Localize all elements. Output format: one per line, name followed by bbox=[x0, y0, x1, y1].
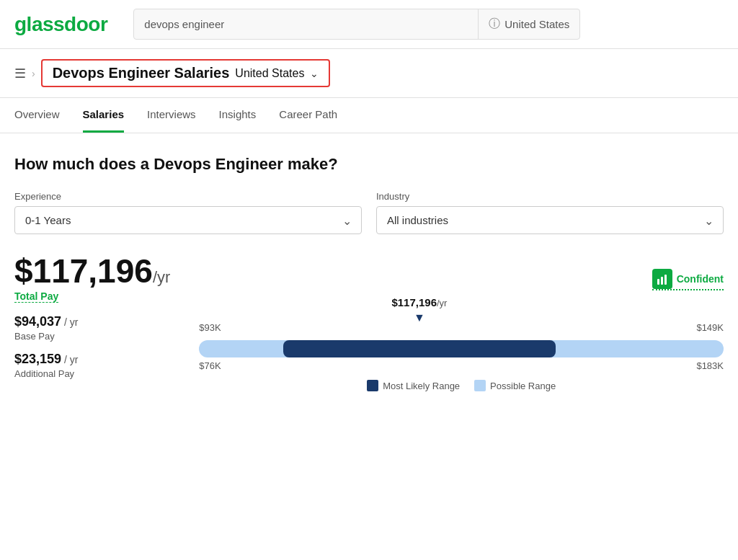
header: glassdoor ⓘ United States bbox=[0, 0, 738, 49]
svg-rect-2 bbox=[664, 275, 667, 285]
median-arrow-icon: ▼ bbox=[414, 312, 425, 324]
salary-info-col: $117,196/yr Total Pay $94,037 / yr Base … bbox=[14, 254, 170, 379]
bar-high-label: $149K bbox=[696, 322, 724, 333]
legend-likely-swatch bbox=[367, 380, 378, 391]
chart-legend: Most Likely Range Possible Range bbox=[199, 380, 724, 391]
bar-top-labels: $93K $149K bbox=[199, 322, 724, 333]
range-bar-section: Confident $117,196/yr ▼ $93K $149K bbox=[199, 254, 724, 391]
additional-pay-label: Additional Pay bbox=[14, 368, 170, 379]
tab-insights[interactable]: Insights bbox=[219, 98, 257, 133]
tab-career-path[interactable]: Career Path bbox=[279, 98, 337, 133]
section-title: How much does a Devops Engineer make? bbox=[14, 155, 724, 174]
search-input[interactable] bbox=[134, 9, 478, 39]
likely-range-bar bbox=[283, 340, 556, 357]
breadcrumb-title-box: Devops Engineer Salaries United States ⌄ bbox=[41, 59, 331, 87]
svg-rect-0 bbox=[657, 279, 659, 285]
base-pay-section: $94,037 / yr Base Pay bbox=[14, 314, 170, 342]
confident-badge: Confident bbox=[652, 269, 724, 290]
bar-low-label: $93K bbox=[199, 322, 221, 333]
location-value: United States bbox=[504, 18, 569, 30]
median-value: $117,196/yr bbox=[391, 296, 447, 308]
bar-bottom-labels: $76K $183K bbox=[199, 360, 724, 371]
hamburger-icon[interactable]: ☰ bbox=[14, 66, 26, 81]
breadcrumb-bar: ☰ › Devops Engineer Salaries United Stat… bbox=[0, 49, 738, 98]
legend-possible-label: Possible Range bbox=[490, 381, 556, 391]
base-pay-value: $94,037 / yr bbox=[14, 314, 170, 329]
svg-rect-1 bbox=[661, 277, 663, 285]
salary-range-bar bbox=[199, 340, 724, 357]
search-bar: ⓘ United States bbox=[133, 9, 580, 40]
main-content: How much does a Devops Engineer make? Ex… bbox=[0, 133, 738, 406]
confident-icon bbox=[652, 269, 672, 289]
industry-label: Industry bbox=[376, 191, 724, 202]
tab-overview[interactable]: Overview bbox=[14, 98, 60, 133]
bar-bottom-low: $76K bbox=[199, 360, 221, 371]
legend-likely-label: Most Likely Range bbox=[383, 381, 460, 391]
additional-pay-section: $23,159 / yr Additional Pay bbox=[14, 352, 170, 379]
base-pay-label: Base Pay bbox=[14, 331, 170, 342]
total-pay-section: $117,196/yr Total Pay bbox=[14, 254, 170, 303]
industry-select[interactable]: All industries Technology Finance bbox=[376, 206, 724, 234]
confident-label: Confident bbox=[677, 273, 724, 285]
bar-bottom-high: $183K bbox=[696, 360, 724, 371]
breadcrumb-location[interactable]: United States bbox=[235, 67, 304, 80]
legend-likely-item: Most Likely Range bbox=[367, 380, 460, 391]
experience-filter-group: Experience 0-1 Years 1-3 Years 3-5 Years… bbox=[14, 191, 362, 234]
salary-chart-layout: $117,196/yr Total Pay $94,037 / yr Base … bbox=[14, 254, 724, 391]
total-pay-value: $117,196/yr bbox=[14, 254, 170, 288]
total-pay-label: Total Pay bbox=[14, 290, 58, 303]
experience-label: Experience bbox=[14, 191, 362, 202]
additional-pay-value: $23,159 / yr bbox=[14, 352, 170, 367]
tab-interviews[interactable]: Interviews bbox=[147, 98, 196, 133]
industry-select-wrapper: All industries Technology Finance ⌄ bbox=[376, 206, 724, 234]
location-area[interactable]: ⓘ United States bbox=[478, 9, 579, 39]
logo[interactable]: glassdoor bbox=[14, 13, 107, 36]
experience-select-wrapper: 0-1 Years 1-3 Years 3-5 Years 5+ Years ⌄ bbox=[14, 206, 362, 234]
breadcrumb-location-chevron-icon: ⌄ bbox=[310, 68, 319, 79]
page-title: Devops Engineer Salaries bbox=[53, 65, 230, 81]
filters: Experience 0-1 Years 1-3 Years 3-5 Years… bbox=[14, 191, 724, 234]
location-icon: ⓘ bbox=[489, 17, 500, 32]
breadcrumb-chevron: › bbox=[32, 68, 35, 79]
experience-select[interactable]: 0-1 Years 1-3 Years 3-5 Years 5+ Years bbox=[14, 206, 362, 234]
tab-salaries[interactable]: Salaries bbox=[83, 98, 125, 133]
industry-filter-group: Industry All industries Technology Finan… bbox=[376, 191, 724, 234]
legend-possible-swatch bbox=[474, 380, 486, 391]
legend-possible-item: Possible Range bbox=[474, 380, 556, 391]
nav-tabs: Overview Salaries Interviews Insights Ca… bbox=[0, 98, 738, 133]
median-label-row: $117,196/yr ▼ bbox=[199, 296, 724, 322]
